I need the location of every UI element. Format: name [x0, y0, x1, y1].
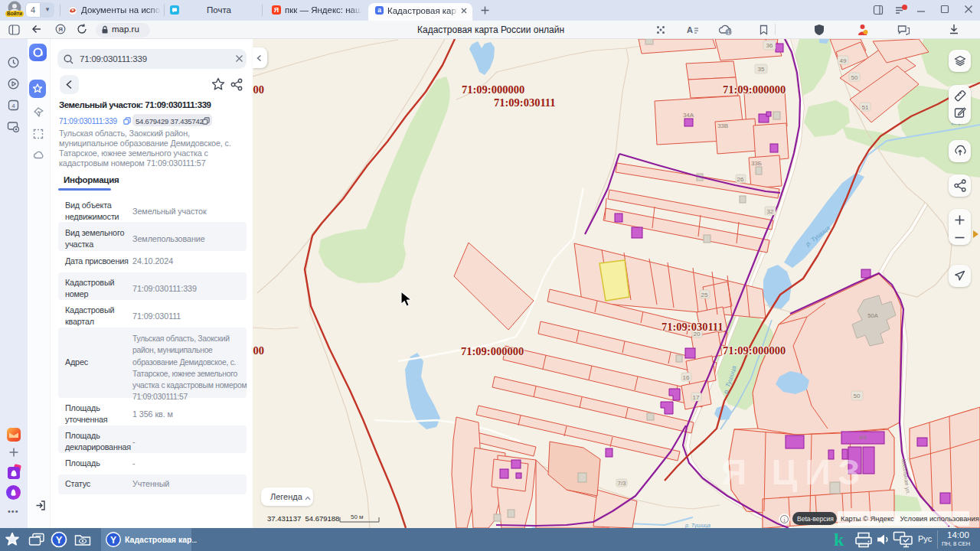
svg-text:71:09:030111: 71:09:030111 — [494, 96, 556, 109]
svg-text:71:09:030111: 71:09:030111 — [662, 321, 724, 333]
svg-text:33Б: 33Б — [751, 160, 762, 167]
svg-text:71:09:000000: 71:09:000000 — [723, 344, 786, 357]
svg-text:1: 1 — [727, 30, 730, 35]
svg-text:17: 17 — [693, 394, 700, 401]
svg-text:33В: 33В — [717, 122, 728, 129]
svg-text:36: 36 — [766, 42, 773, 49]
svg-text:35: 35 — [758, 66, 765, 73]
svg-text:51: 51 — [862, 104, 869, 111]
svg-text:25: 25 — [701, 292, 708, 298]
svg-text:Я ЦИЗ: Я ЦИЗ — [721, 452, 867, 492]
svg-text:16: 16 — [683, 374, 690, 381]
svg-text:71:09:000000: 71:09:000000 — [253, 344, 264, 357]
svg-text:7/3: 7/3 — [617, 480, 626, 487]
svg-text:71:09:000000: 71:09:000000 — [723, 83, 786, 96]
svg-text:32: 32 — [767, 208, 774, 215]
svg-text:50: 50 — [851, 74, 858, 81]
svg-text:71:09:000000: 71:09:000000 — [462, 83, 524, 96]
svg-text:71:09:000000: 71:09:000000 — [461, 345, 524, 357]
svg-text:34А: 34А — [683, 112, 694, 119]
svg-text:р. Тушица: р. Тушица — [684, 523, 710, 528]
svg-text:A: A — [687, 25, 693, 34]
svg-text:4/б: 4/б — [859, 435, 867, 440]
svg-text:50А: 50А — [867, 312, 877, 319]
svg-text:26: 26 — [737, 176, 744, 183]
svg-text:Войти: Войти — [7, 11, 22, 16]
svg-text:Y: Y — [110, 535, 116, 546]
svg-text:Я: Я — [58, 26, 63, 33]
svg-text:4: 4 — [11, 103, 15, 109]
svg-text:49: 49 — [840, 57, 847, 64]
svg-text:50: 50 — [854, 393, 861, 399]
svg-text:Y: Y — [56, 534, 63, 546]
svg-text:71:09:000000: 71:09:000000 — [253, 83, 264, 96]
